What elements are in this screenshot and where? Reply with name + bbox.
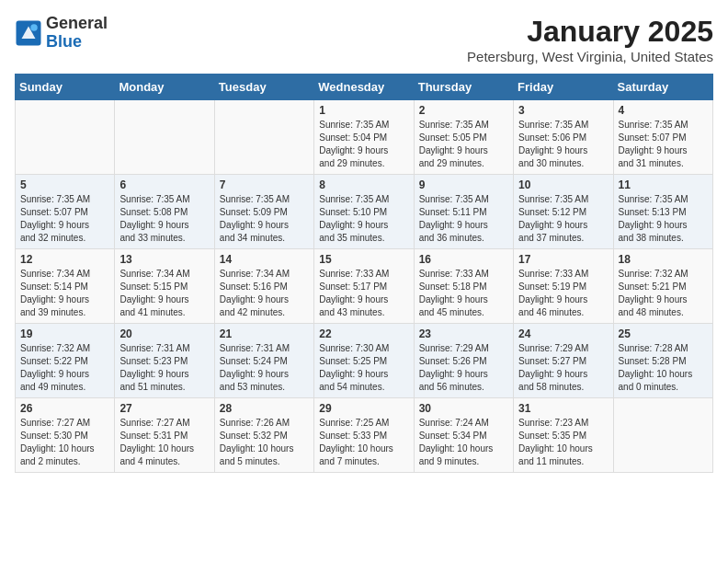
day-number: 4: [619, 104, 708, 117]
day-info: Sunrise: 7:35 AM Sunset: 5:09 PM Dayligh…: [220, 193, 309, 245]
day-number: 28: [220, 402, 309, 415]
page-title: January 2025: [467, 15, 713, 49]
day-number: 10: [518, 178, 608, 191]
day-number: 20: [119, 327, 209, 340]
calendar-week-row: 1Sunrise: 7:35 AM Sunset: 5:04 PM Daylig…: [16, 100, 713, 175]
calendar-day-cell: 1Sunrise: 7:35 AM Sunset: 5:04 PM Daylig…: [314, 100, 414, 175]
logo-blue: Blue: [46, 33, 108, 52]
calendar-day-cell: 30Sunrise: 7:24 AM Sunset: 5:34 PM Dayli…: [414, 398, 513, 473]
day-number: 3: [518, 104, 608, 117]
calendar-day-cell: 21Sunrise: 7:31 AM Sunset: 5:24 PM Dayli…: [214, 324, 313, 398]
day-info: Sunrise: 7:35 AM Sunset: 5:10 PM Dayligh…: [319, 193, 408, 245]
day-info: Sunrise: 7:29 AM Sunset: 5:27 PM Dayligh…: [518, 342, 608, 394]
day-info: Sunrise: 7:27 AM Sunset: 5:31 PM Dayligh…: [119, 417, 209, 468]
day-number: 18: [619, 253, 708, 266]
calendar-day-cell: 2Sunrise: 7:35 AM Sunset: 5:05 PM Daylig…: [414, 100, 513, 175]
logo-general: General: [46, 15, 108, 33]
day-number: 29: [319, 402, 408, 415]
day-info: Sunrise: 7:35 AM Sunset: 5:05 PM Dayligh…: [419, 119, 508, 170]
weekday-header: Sunday: [16, 75, 115, 100]
day-number: 17: [518, 253, 608, 266]
weekday-header: Wednesday: [314, 75, 414, 100]
day-info: Sunrise: 7:33 AM Sunset: 5:17 PM Dayligh…: [319, 268, 408, 319]
day-info: Sunrise: 7:32 AM Sunset: 5:22 PM Dayligh…: [20, 342, 109, 394]
svg-point-2: [30, 24, 38, 31]
calendar-day-cell: 11Sunrise: 7:35 AM Sunset: 5:13 PM Dayli…: [613, 175, 712, 249]
day-number: 7: [220, 178, 309, 191]
day-number: 19: [20, 327, 109, 340]
day-number: 6: [119, 178, 209, 191]
day-info: Sunrise: 7:35 AM Sunset: 5:04 PM Dayligh…: [319, 119, 408, 170]
day-number: 5: [20, 178, 109, 191]
calendar-day-cell: 13Sunrise: 7:34 AM Sunset: 5:15 PM Dayli…: [115, 249, 214, 324]
calendar-day-cell: [214, 100, 313, 175]
day-info: Sunrise: 7:30 AM Sunset: 5:25 PM Dayligh…: [319, 342, 408, 394]
day-info: Sunrise: 7:24 AM Sunset: 5:34 PM Dayligh…: [419, 417, 508, 468]
calendar-day-cell: 8Sunrise: 7:35 AM Sunset: 5:10 PM Daylig…: [314, 175, 414, 249]
calendar-day-cell: 19Sunrise: 7:32 AM Sunset: 5:22 PM Dayli…: [16, 324, 115, 398]
day-number: 25: [619, 327, 708, 340]
calendar-day-cell: 7Sunrise: 7:35 AM Sunset: 5:09 PM Daylig…: [214, 175, 313, 249]
weekday-header: Monday: [115, 75, 214, 100]
day-info: Sunrise: 7:34 AM Sunset: 5:16 PM Dayligh…: [220, 268, 309, 319]
day-info: Sunrise: 7:34 AM Sunset: 5:14 PM Dayligh…: [20, 268, 109, 319]
day-info: Sunrise: 7:35 AM Sunset: 5:12 PM Dayligh…: [518, 193, 608, 245]
calendar-day-cell: 31Sunrise: 7:23 AM Sunset: 5:35 PM Dayli…: [514, 398, 613, 473]
day-info: Sunrise: 7:33 AM Sunset: 5:18 PM Dayligh…: [419, 268, 508, 319]
day-number: 21: [220, 327, 309, 340]
calendar-day-cell: 4Sunrise: 7:35 AM Sunset: 5:07 PM Daylig…: [613, 100, 712, 175]
day-info: Sunrise: 7:25 AM Sunset: 5:33 PM Dayligh…: [319, 417, 408, 468]
day-info: Sunrise: 7:29 AM Sunset: 5:26 PM Dayligh…: [419, 342, 508, 394]
day-number: 12: [20, 253, 109, 266]
day-info: Sunrise: 7:35 AM Sunset: 5:11 PM Dayligh…: [419, 193, 508, 245]
day-info: Sunrise: 7:35 AM Sunset: 5:08 PM Dayligh…: [119, 193, 209, 245]
day-info: Sunrise: 7:26 AM Sunset: 5:32 PM Dayligh…: [220, 417, 309, 468]
calendar-day-cell: 15Sunrise: 7:33 AM Sunset: 5:17 PM Dayli…: [314, 249, 414, 324]
calendar-day-cell: 20Sunrise: 7:31 AM Sunset: 5:23 PM Dayli…: [115, 324, 214, 398]
calendar-week-row: 19Sunrise: 7:32 AM Sunset: 5:22 PM Dayli…: [16, 324, 713, 398]
calendar-day-cell: 16Sunrise: 7:33 AM Sunset: 5:18 PM Dayli…: [414, 249, 513, 324]
calendar-day-cell: 12Sunrise: 7:34 AM Sunset: 5:14 PM Dayli…: [16, 249, 115, 324]
day-info: Sunrise: 7:28 AM Sunset: 5:28 PM Dayligh…: [619, 342, 708, 394]
day-number: 26: [20, 402, 109, 415]
day-info: Sunrise: 7:32 AM Sunset: 5:21 PM Dayligh…: [619, 268, 708, 319]
day-number: 22: [319, 327, 408, 340]
day-number: 16: [419, 253, 508, 266]
calendar-day-cell: 27Sunrise: 7:27 AM Sunset: 5:31 PM Dayli…: [115, 398, 214, 473]
weekday-header: Friday: [514, 75, 613, 100]
day-number: 2: [419, 104, 508, 117]
calendar-day-cell: 23Sunrise: 7:29 AM Sunset: 5:26 PM Dayli…: [414, 324, 513, 398]
day-number: 8: [319, 178, 408, 191]
day-info: Sunrise: 7:33 AM Sunset: 5:19 PM Dayligh…: [518, 268, 608, 319]
calendar-day-cell: 17Sunrise: 7:33 AM Sunset: 5:19 PM Dayli…: [514, 249, 613, 324]
weekday-header: Saturday: [613, 75, 712, 100]
calendar-day-cell: 28Sunrise: 7:26 AM Sunset: 5:32 PM Dayli…: [214, 398, 313, 473]
day-info: Sunrise: 7:35 AM Sunset: 5:07 PM Dayligh…: [20, 193, 109, 245]
day-info: Sunrise: 7:34 AM Sunset: 5:15 PM Dayligh…: [119, 268, 209, 319]
day-number: 9: [419, 178, 508, 191]
title-block: January 2025 Petersburg, West Virginia, …: [467, 15, 713, 64]
day-info: Sunrise: 7:23 AM Sunset: 5:35 PM Dayligh…: [518, 417, 608, 468]
calendar-week-row: 26Sunrise: 7:27 AM Sunset: 5:30 PM Dayli…: [16, 398, 713, 473]
day-number: 31: [518, 402, 608, 415]
calendar-day-cell: 18Sunrise: 7:32 AM Sunset: 5:21 PM Dayli…: [613, 249, 712, 324]
day-info: Sunrise: 7:35 AM Sunset: 5:13 PM Dayligh…: [619, 193, 708, 245]
logo: General Blue: [15, 15, 108, 52]
day-info: Sunrise: 7:31 AM Sunset: 5:24 PM Dayligh…: [220, 342, 309, 394]
day-number: 13: [119, 253, 209, 266]
day-number: 23: [419, 327, 508, 340]
calendar-day-cell: 14Sunrise: 7:34 AM Sunset: 5:16 PM Dayli…: [214, 249, 313, 324]
calendar-day-cell: [115, 100, 214, 175]
day-number: 14: [220, 253, 309, 266]
calendar-day-cell: 29Sunrise: 7:25 AM Sunset: 5:33 PM Dayli…: [314, 398, 414, 473]
logo-text: General Blue: [46, 15, 108, 52]
calendar-header-row: SundayMondayTuesdayWednesdayThursdayFrid…: [16, 75, 713, 100]
day-number: 11: [619, 178, 708, 191]
page-header: General Blue January 2025 Petersburg, We…: [15, 15, 713, 64]
calendar-day-cell: 10Sunrise: 7:35 AM Sunset: 5:12 PM Dayli…: [514, 175, 613, 249]
calendar-week-row: 12Sunrise: 7:34 AM Sunset: 5:14 PM Dayli…: [16, 249, 713, 324]
calendar-day-cell: 9Sunrise: 7:35 AM Sunset: 5:11 PM Daylig…: [414, 175, 513, 249]
calendar-day-cell: [613, 398, 712, 473]
day-number: 24: [518, 327, 608, 340]
calendar-day-cell: [16, 100, 115, 175]
